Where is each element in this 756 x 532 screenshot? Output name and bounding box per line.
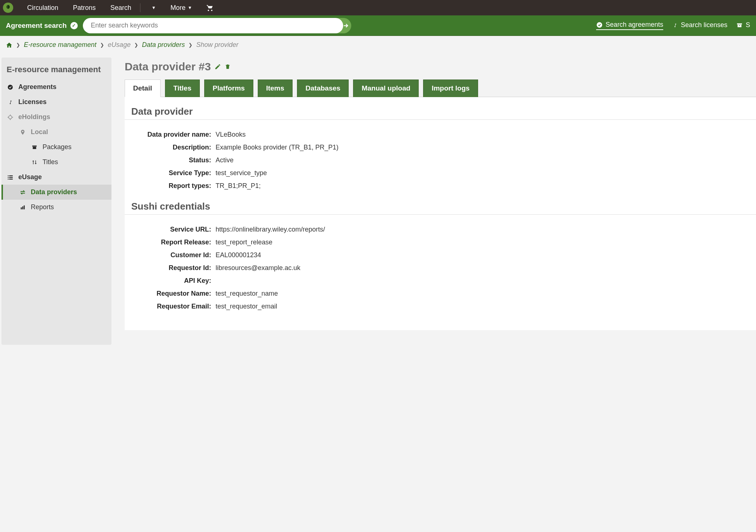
target-icon [7,114,14,121]
crumb-dataproviders[interactable]: Data providers [142,41,185,49]
crumb-eusage: eUsage [108,41,131,49]
value-customer-id: EAL000001234 [216,251,749,259]
value-report-types: TR_B1;PR_P1; [216,182,749,190]
svg-rect-15 [22,206,23,209]
tab-items[interactable]: Items [258,80,293,97]
svg-rect-16 [24,205,25,209]
label-report-release: Report Release: [131,239,216,246]
label-status: Status: [131,156,216,164]
chart-icon [19,204,26,210]
delete-icon[interactable] [225,63,231,70]
search-mode-pill[interactable]: Agreement search ✓ [0,15,87,36]
svg-rect-14 [21,207,22,209]
tab-platforms[interactable]: Platforms [204,80,253,97]
svg-rect-8 [8,175,8,176]
svg-point-5 [9,115,12,119]
page-title: Data provider #3 [125,60,756,73]
sidebar-item-packages[interactable]: Packages [1,140,111,155]
list-icon [7,174,14,181]
label-report-types: Report types: [131,182,216,190]
pin-icon [672,22,678,28]
crumb-show: Show provider [196,41,238,49]
label-service-type: Service Type: [131,169,216,177]
label-name: Data provider name: [131,131,216,138]
check-circle-icon [7,84,14,90]
nav-patrons[interactable]: Patrons [66,0,103,15]
sidebar-item-dataproviders[interactable]: Data providers [1,185,111,200]
edit-icon[interactable] [214,63,221,70]
nav-separator [140,3,140,12]
sidebar-item-titles[interactable]: Titles [1,155,111,170]
svg-rect-12 [8,178,8,179]
label-requestor-email: Requestor Email: [131,303,216,310]
logo-icon[interactable] [3,3,13,13]
value-service-url: https://onlinelibrary.wiley.com/reports/ [216,226,749,233]
sidebar-item-agreements[interactable]: Agreements [1,80,111,95]
sidebar-item-eholdings[interactable]: eHoldings [1,110,111,125]
sidebar-item-reports[interactable]: Reports [1,200,111,215]
label-description: Description: [131,144,216,151]
svg-rect-11 [9,177,13,178]
pin-icon [7,99,14,105]
nav-dropdown[interactable]: ▼ [142,0,163,15]
tab-titles[interactable]: Titles [165,80,200,97]
value-name: VLeBooks [216,131,749,138]
search-input[interactable] [83,18,343,33]
search-mode-label: Agreement search [6,22,67,30]
tab-import-logs[interactable]: Import logs [423,80,478,97]
svg-rect-7 [33,147,36,149]
tab-detail[interactable]: Detail [125,80,161,97]
sidebar-title: E-resource management [1,63,111,80]
tab-manual-upload[interactable]: Manual upload [353,80,419,97]
value-api-key [216,277,749,285]
nav-search[interactable]: Search [103,0,139,15]
label-requestor-name: Requestor Name: [131,290,216,298]
svg-rect-9 [9,175,13,176]
svg-rect-6 [32,145,37,147]
value-requestor-email: test_requestor_email [216,303,749,310]
home-icon[interactable] [6,42,12,48]
label-api-key: API Key: [131,277,216,285]
tabs: Detail Titles Platforms Items Databases … [125,80,756,97]
search-bar: Agreement search ✓ Search agreements Sea… [0,15,756,36]
label-requestor-id: Requestor Id: [131,264,216,272]
svg-rect-3 [739,25,740,26]
breadcrumb: ❯ E-resource management ❯ eUsage ❯ Data … [0,36,756,54]
value-description: Example Books provider (TR_B1, PR_P1) [216,144,749,151]
sidebar-item-local[interactable]: Local [1,125,111,140]
svg-rect-2 [738,25,742,27]
value-report-release: test_report_release [216,239,749,246]
cart-icon[interactable] [206,4,214,12]
tab-databases[interactable]: Databases [297,80,349,97]
location-icon [19,129,26,135]
sidebar-item-eusage[interactable]: eUsage [1,170,111,185]
detail-pane: Data provider Data provider name: VLeBoo… [125,97,756,330]
value-requestor-id: libresources@example.ac.uk [216,264,749,272]
sidebar: E-resource management Agreements License… [1,58,111,345]
archive-link[interactable]: S [736,21,750,30]
nav-circulation[interactable]: Circulation [20,0,66,15]
svg-rect-1 [737,23,742,24]
search-agreements-link[interactable]: Search agreements [596,21,663,30]
value-requestor-name: test_requestor_name [216,290,749,298]
svg-rect-10 [8,177,8,178]
section-sushi: Sushi credentials [125,199,756,215]
svg-rect-13 [9,178,13,179]
label-customer-id: Customer Id: [131,251,216,259]
exchange-icon [19,189,26,196]
top-nav: Circulation Patrons Search ▼ More ▼ [0,0,756,15]
archive-icon [31,144,38,150]
nav-more[interactable]: More ▼ [163,0,199,15]
main-content: Data provider #3 Detail Titles Platforms… [111,54,756,345]
crumb-erm[interactable]: E-resource management [24,41,96,49]
check-icon [596,22,603,28]
sort-icon [31,159,38,165]
sidebar-item-licenses[interactable]: Licenses [1,95,111,110]
value-status: Active [216,156,749,164]
label-service-url: Service URL: [131,226,216,233]
value-service-type: test_service_type [216,169,749,177]
section-data-provider: Data provider [125,104,756,120]
search-licenses-link[interactable]: Search licenses [672,21,727,30]
archive-icon [736,22,743,29]
check-circle-icon: ✓ [70,22,78,29]
